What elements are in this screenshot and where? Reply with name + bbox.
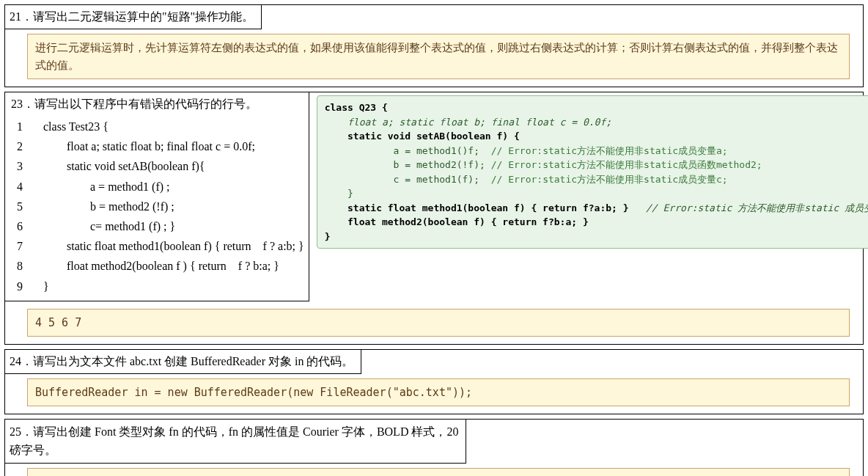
- question-21-title: 21．请写出二元逻辑运算中的"短路"操作功能。: [4, 4, 262, 29]
- question-23-annotated-code: class Q23 { float a; static float b; fin…: [317, 95, 868, 249]
- question-23: 23．请写出以下程序中有错误的代码行的行号。 1class Test23 { 2…: [4, 92, 864, 345]
- question-23-left: 23．请写出以下程序中有错误的代码行的行号。 1class Test23 { 2…: [4, 92, 309, 301]
- question-23-answer: 4 5 6 7: [27, 309, 850, 337]
- question-21: 21．请写出二元逻辑运算中的"短路"操作功能。 进行二元逻辑运算时，先计算运算符…: [4, 4, 864, 87]
- question-25: 25．请写出创建 Font 类型对象 fn 的代码，fn 的属性值是 Couri…: [4, 419, 864, 476]
- question-25-answer: Font fn = new Font("Courier", Font.BOLD,…: [27, 468, 850, 476]
- question-24-title: 24．请写出为文本文件 abc.txt 创建 BufferedReader 对象…: [4, 349, 361, 374]
- question-23-title: 23．请写出以下程序中有错误的代码行的行号。: [10, 95, 304, 117]
- question-21-answer: 进行二元逻辑运算时，先计算运算符左侧的表达式的值，如果使用该值能得到整个表达式的…: [27, 34, 850, 79]
- question-24-answer: BufferedReader in = new BufferedReader(n…: [27, 378, 850, 406]
- question-25-title: 25．请写出创建 Font 类型对象 fn 的代码，fn 的属性值是 Couri…: [4, 419, 466, 464]
- question-24: 24．请写出为文本文件 abc.txt 创建 BufferedReader 对象…: [4, 349, 864, 414]
- question-23-code: 1class Test23 { 2 float a; static float …: [10, 117, 304, 296]
